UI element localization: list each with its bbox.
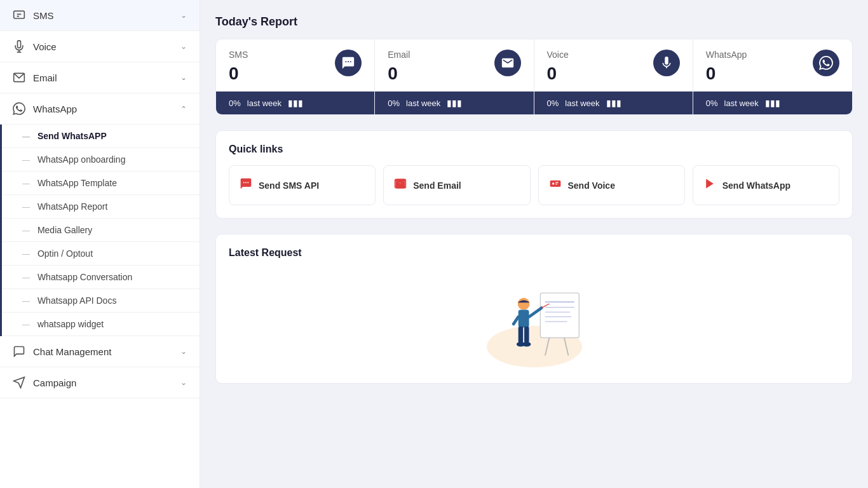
sidebar-item-email-label: Email: [33, 72, 57, 83]
quick-links-grid: Send SMS API Send Email Send Voice Send …: [229, 165, 839, 205]
sidebar-item-email[interactable]: Email ⌄: [0, 62, 200, 93]
whatsapp-report-value: 0: [706, 64, 747, 84]
sms-report-footer: 0% last week ▮▮▮: [216, 92, 374, 114]
report-card-sms: SMS 0 0% last week ▮▮▮: [216, 39, 375, 114]
svg-point-26: [522, 342, 531, 347]
chevron-down-icon: ⌄: [180, 11, 187, 20]
voice-ql-icon: [549, 177, 562, 193]
svg-rect-6: [550, 180, 560, 187]
email-report-label: Email: [388, 50, 410, 60]
whatsapp-footer-label: last week: [724, 98, 759, 108]
submenu-media-gallery[interactable]: Media Gallery: [2, 219, 200, 242]
quick-link-email[interactable]: Send Email: [383, 165, 530, 205]
svg-rect-11: [540, 293, 579, 337]
whatsapp-ql-icon: [703, 177, 716, 193]
quick-link-whatsapp[interactable]: Send WhatsApp: [693, 165, 839, 205]
report-card-email: Email 0 0% last week ▮▮▮: [375, 39, 534, 114]
sidebar-item-voice-label: Voice: [33, 41, 57, 52]
report-cards: SMS 0 0% last week ▮▮▮ Email: [215, 39, 853, 115]
quick-link-voice[interactable]: Send Voice: [538, 165, 685, 205]
svg-line-24: [513, 317, 519, 324]
voice-footer-label: last week: [565, 98, 599, 108]
voice-percent: 0%: [547, 98, 559, 108]
email-ql-label: Send Email: [413, 180, 461, 191]
voice-report-value: 0: [547, 64, 569, 84]
sidebar-item-whatsapp-label: WhatsApp: [33, 104, 77, 114]
voice-bar-icon: ▮▮▮: [606, 98, 621, 108]
svg-rect-20: [518, 309, 529, 327]
chevron-down-icon: ⌄: [180, 73, 187, 82]
submenu-optin[interactable]: Optin / Optout: [2, 242, 200, 266]
email-report-footer: 0% last week ▮▮▮: [375, 92, 533, 114]
whatsapp-report-label: WhatsApp: [706, 50, 747, 60]
illustration-svg: [471, 275, 598, 370]
email-report-value: 0: [388, 64, 410, 84]
sms-report-label: SMS: [229, 50, 248, 60]
voice-icon: [13, 40, 25, 53]
sms-percent: 0%: [229, 98, 241, 108]
whatsapp-icon: [13, 102, 25, 115]
whatsapp-bar-icon: ▮▮▮: [765, 98, 780, 108]
svg-rect-8: [555, 182, 559, 183]
svg-point-19: [517, 298, 529, 310]
chevron-down-icon: ⌄: [180, 347, 187, 356]
sidebar-item-sms[interactable]: SMS ⌄: [0, 0, 200, 31]
submenu-whatsapp-report[interactable]: WhatsApp Report: [2, 195, 200, 219]
email-report-icon: [494, 50, 521, 76]
sms-footer-label: last week: [247, 98, 281, 108]
sidebar-item-chat-label: Chat Management: [33, 346, 111, 357]
svg-rect-21: [518, 327, 523, 343]
svg-rect-9: [555, 184, 557, 184]
illustration-area: [229, 269, 839, 370]
chevron-down-icon: ⌄: [180, 42, 187, 51]
submenu-send-whatsapp[interactable]: Send WhatsAPP: [2, 125, 200, 148]
voice-ql-label: Send Voice: [568, 180, 615, 191]
sidebar-item-sms-label: SMS: [33, 10, 54, 21]
svg-point-7: [552, 182, 554, 184]
campaign-icon: [13, 376, 25, 389]
submenu-api-docs[interactable]: Whatsapp API Docs: [2, 289, 200, 313]
report-section: Today's Report SMS 0 0% last week ▮▮▮: [215, 15, 853, 115]
latest-request-title: Latest Request: [229, 247, 839, 259]
sms-report-icon: [335, 50, 362, 76]
email-bar-icon: ▮▮▮: [447, 98, 462, 108]
submenu-conversation[interactable]: Whatsapp Conversation: [2, 266, 200, 289]
sidebar-item-whatsapp[interactable]: WhatsApp ⌄: [0, 93, 200, 125]
quick-link-sms[interactable]: Send SMS API: [229, 165, 376, 205]
sidebar-item-chat[interactable]: Chat Management ⌄: [0, 336, 200, 367]
svg-line-23: [529, 308, 541, 317]
sidebar: SMS ⌄ Voice ⌄ Email ⌄: [0, 0, 200, 488]
email-icon: [13, 71, 25, 84]
main-content: Today's Report SMS 0 0% last week ▮▮▮: [200, 0, 868, 488]
submenu-widget[interactable]: whatsapp widget: [2, 313, 200, 336]
sidebar-item-campaign-label: Campaign: [33, 377, 76, 388]
sms-report-value: 0: [229, 64, 248, 84]
latest-request-section: Latest Request: [215, 234, 853, 384]
sidebar-item-campaign[interactable]: Campaign ⌄: [0, 367, 200, 398]
voice-report-footer: 0% last week ▮▮▮: [534, 92, 693, 114]
email-percent: 0%: [388, 98, 400, 108]
report-card-whatsapp: WhatsApp 0 0% last week ▮▮▮: [693, 39, 852, 114]
sidebar-item-voice[interactable]: Voice ⌄: [0, 31, 200, 62]
voice-report-label: Voice: [547, 50, 569, 60]
chevron-up-icon: ⌄: [180, 104, 187, 113]
submenu-whatsapp-template[interactable]: WhatsApp Template: [2, 172, 200, 195]
voice-report-icon: [653, 50, 680, 76]
sms-ql-label: Send SMS API: [259, 180, 319, 191]
whatsapp-ql-label: Send WhatsApp: [722, 180, 790, 191]
chevron-down-icon: ⌄: [180, 378, 187, 387]
whatsapp-percent: 0%: [706, 98, 718, 108]
whatsapp-submenu: Send WhatsAPP WhatsApp onboarding WhatsA…: [0, 125, 200, 336]
svg-rect-22: [524, 327, 529, 343]
report-card-voice: Voice 0 0% last week ▮▮▮: [534, 39, 693, 114]
email-footer-label: last week: [406, 98, 440, 108]
svg-rect-0: [14, 11, 25, 18]
submenu-whatsapp-onboarding[interactable]: WhatsApp onboarding: [2, 148, 200, 172]
sms-icon: [13, 9, 25, 22]
chat-icon: [13, 345, 25, 358]
report-title: Today's Report: [215, 15, 853, 29]
whatsapp-report-footer: 0% last week ▮▮▮: [693, 92, 852, 114]
svg-marker-4: [14, 377, 25, 388]
email-ql-icon: [394, 177, 407, 193]
quick-links-title: Quick links: [229, 144, 839, 155]
